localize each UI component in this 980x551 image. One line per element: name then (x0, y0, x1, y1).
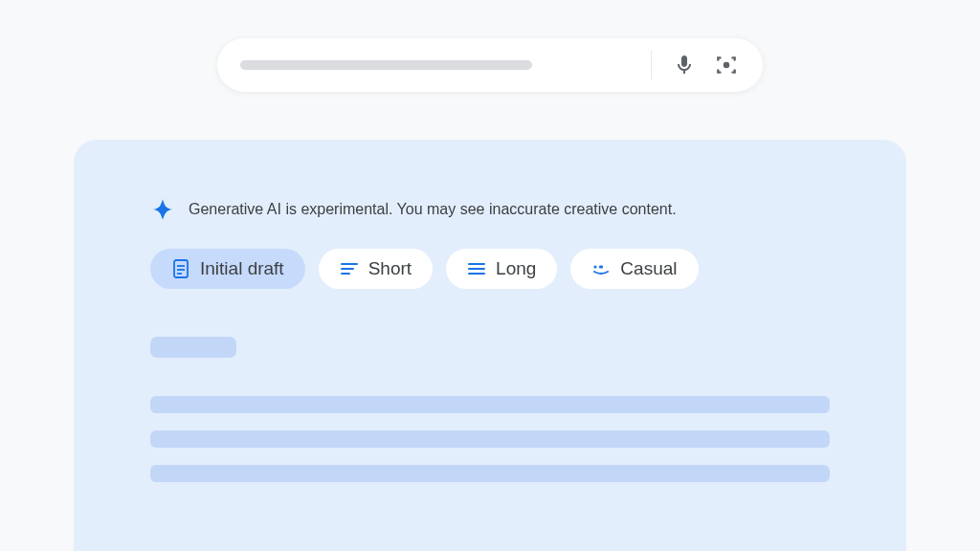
search-divider (651, 51, 652, 79)
disclaimer-text: Generative AI is experimental. You may s… (189, 201, 677, 218)
long-lines-icon (467, 259, 486, 278)
casual-icon (591, 259, 611, 278)
sparkle-icon (150, 197, 175, 222)
svg-point-0 (724, 62, 730, 69)
chip-long[interactable]: Long (446, 249, 557, 289)
content-skeleton-line (150, 465, 830, 482)
ai-panel: Generative AI is experimental. You may s… (74, 140, 906, 551)
search-bar[interactable] (217, 38, 763, 92)
content-skeleton-title (150, 337, 236, 358)
voice-search-icon[interactable] (671, 52, 698, 78)
content-skeleton-line (150, 396, 830, 413)
document-icon (171, 259, 190, 278)
chip-short[interactable]: Short (319, 249, 433, 289)
svg-rect-12 (599, 266, 603, 269)
disclaimer-row: Generative AI is experimental. You may s… (150, 197, 830, 222)
svg-rect-1 (174, 260, 188, 277)
content-skeleton-line (150, 430, 830, 448)
chip-label: Initial draft (200, 258, 284, 279)
chip-casual[interactable]: Casual (570, 249, 698, 289)
image-search-icon[interactable] (713, 52, 740, 78)
chip-label: Short (368, 258, 412, 279)
chip-initial-draft[interactable]: Initial draft (150, 249, 305, 289)
short-lines-icon (340, 259, 359, 278)
search-placeholder-skeleton (240, 60, 532, 70)
chip-label: Long (496, 258, 536, 279)
svg-point-11 (594, 265, 597, 268)
chip-label: Casual (620, 258, 677, 279)
chips-row: Initial draft Short Long (150, 249, 830, 289)
search-actions (651, 51, 740, 79)
